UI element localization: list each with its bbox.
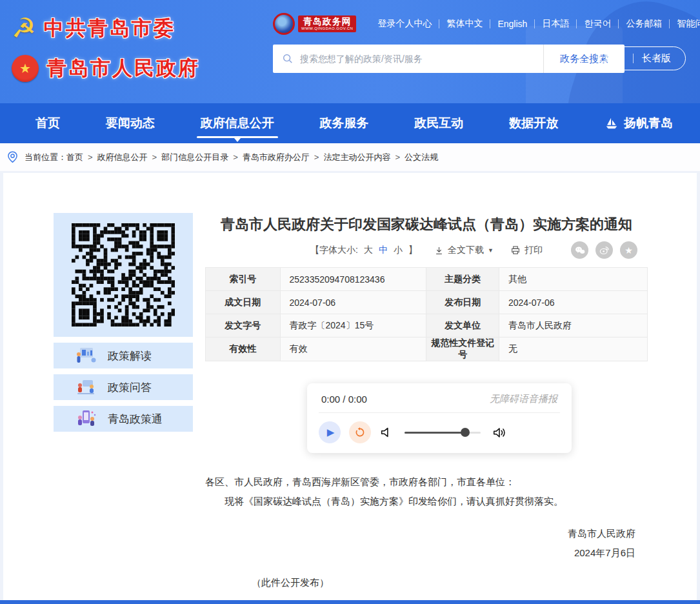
meta-label: 发布日期: [426, 291, 499, 314]
audio-player: 0:00 / 0:00 无障碍语音播报 ▶: [307, 383, 572, 453]
nav-label: 政民互动: [414, 115, 463, 132]
active-triangle: [234, 138, 241, 142]
search-icon: [282, 53, 294, 65]
nav-label: 政府信息公开: [201, 115, 274, 132]
font-size-prefix: 【字体大小:: [310, 245, 358, 256]
breadcrumb-gov-office[interactable]: 青岛市政府办公厅: [243, 152, 310, 163]
link-official-mail[interactable]: 公务邮箱: [619, 18, 669, 30]
meta-value-topic-category: 其他: [499, 268, 647, 291]
qr-code-image: [72, 223, 175, 327]
meta-row: 索引号 2523352094708123436 主题分类 其他: [206, 268, 648, 291]
breadcrumb-statutory-content[interactable]: 法定主动公开内容: [323, 152, 390, 163]
sidebar-item-qingdao-policy-pass[interactable]: 青岛政策通: [54, 406, 193, 432]
sidebar-item-policy-qa[interactable]: 政策问答: [54, 374, 193, 400]
breadcrumb-dept-catalog[interactable]: 部门信息公开目录: [161, 152, 228, 163]
meta-row: 发文字号 青政字〔2024〕15号 发文单位 青岛市人民政府: [206, 314, 648, 337]
play-button[interactable]: ▶: [319, 421, 341, 443]
national-emblem-icon: ★: [12, 55, 39, 82]
nav-label: 政务服务: [319, 115, 368, 132]
nav-sailing-qingdao[interactable]: 扬帆青岛: [604, 103, 673, 143]
search-bar: 政务全搜索: [273, 45, 625, 73]
mute-speaker-icon[interactable]: [379, 425, 394, 439]
site-header: ☭ 中共青岛市委 ★ 青岛市人民政府 青岛政务网 WWW.QINGDAO.GOV…: [0, 0, 700, 103]
font-size-medium-button[interactable]: 中: [379, 245, 388, 256]
org-row-party: ☭ 中共青岛市委: [12, 10, 200, 46]
breadcrumb-home[interactable]: 首页: [66, 152, 83, 163]
nav-news[interactable]: 要闻动态: [106, 103, 155, 143]
meta-row: 有效性 有效 规范性文件登记号 无: [206, 337, 648, 361]
elder-version-button[interactable]: 长者版: [642, 52, 671, 65]
nav-gov-services[interactable]: 政务服务: [319, 103, 368, 143]
meta-row: 成文日期 2024-07-06 发布日期 2024-07-06: [206, 291, 648, 314]
loop-button[interactable]: [349, 421, 371, 443]
sidebar: 政策解读 政策问答 青岛政策通: [54, 213, 193, 432]
party-org-title: 中共青岛市委: [44, 15, 175, 42]
divider: [633, 54, 634, 63]
party-emblem-icon: ☭: [12, 15, 36, 42]
site-logo[interactable]: 青岛政务网 WWW.QINGDAO.GOV.CN: [273, 13, 356, 35]
meta-value-registration-number: 无: [499, 337, 647, 361]
link-japanese[interactable]: 日本語: [535, 18, 576, 30]
wechat-share-icon[interactable]: [571, 241, 588, 259]
policy-interpretation-illustration-icon: [74, 346, 97, 365]
nav-open-data[interactable]: 数据开放: [509, 103, 558, 143]
volume-slider[interactable]: [405, 432, 481, 434]
link-smart-qa[interactable]: 智能问答: [670, 18, 700, 30]
font-size-small-button[interactable]: 小: [394, 245, 403, 256]
meta-value-doc-number: 青政字〔2024〕15号: [280, 314, 426, 337]
meta-value-publish-date: 2024-07-06: [499, 291, 647, 314]
font-size-suffix: 】: [408, 245, 417, 256]
loud-speaker-icon[interactable]: [492, 425, 507, 439]
article-title: 青岛市人民政府关于印发国家碳达峰试点（青岛）实施方案的通知: [205, 214, 648, 235]
audio-time: 0:00 / 0:00: [321, 394, 367, 405]
accessibility-pill: 无障碍 长者版: [581, 46, 686, 70]
download-full-text-button[interactable]: 全文下载 ▼: [434, 245, 494, 256]
breadcrumb-separator: >: [88, 152, 93, 162]
breadcrumb-separator: >: [233, 152, 238, 162]
download-icon: [434, 246, 444, 256]
font-size-large-button[interactable]: 大: [364, 245, 373, 256]
breadcrumb-prefix: 当前位置：: [25, 152, 66, 163]
search-input[interactable]: [300, 54, 534, 64]
breadcrumb-gov-info[interactable]: 政府信息公开: [97, 152, 148, 163]
link-english[interactable]: English: [490, 19, 534, 29]
breadcrumb-official-docs[interactable]: 公文法规: [405, 152, 438, 163]
link-traditional-chinese[interactable]: 繁体中文: [439, 18, 490, 30]
meta-value-issuing-unit: 青岛市人民政府: [499, 314, 647, 337]
signature-date: 2024年7月6日: [205, 543, 635, 563]
article-content: 青岛市人民政府关于印发国家碳达峰试点（青岛）实施方案的通知 【字体大小: 大 中…: [205, 214, 648, 589]
nav-public-interaction[interactable]: 政民互动: [414, 103, 463, 143]
favorite-star-icon[interactable]: ★: [620, 241, 637, 259]
meta-value-validity: 有效: [280, 337, 426, 361]
link-korean[interactable]: 한국어: [577, 18, 618, 30]
government-org-title: 青岛市人民政府: [46, 55, 200, 82]
meta-label: 索引号: [206, 268, 281, 291]
meta-label: 规范性文件登记号: [426, 337, 499, 361]
meta-label: 成文日期: [206, 291, 281, 314]
nav-label: 首页: [35, 115, 60, 132]
sailboat-icon: [604, 116, 619, 130]
volume-knob[interactable]: [461, 428, 470, 437]
breadcrumb-separator: >: [314, 152, 319, 162]
nav-label: 数据开放: [509, 115, 558, 132]
audio-accessibility-label: 无障碍语音播报: [490, 393, 557, 405]
accessibility-button[interactable]: 无障碍: [595, 52, 625, 65]
meta-value-written-date: 2024-07-06: [280, 291, 426, 314]
print-button[interactable]: 打印: [510, 245, 543, 256]
qingdao-policy-pass-illustration-icon: [74, 409, 97, 428]
signature-block: 青岛市人民政府 2024年7月6日: [205, 524, 648, 563]
printer-icon: [510, 245, 521, 256]
paragraph-salutation: 各区、市人民政府，青岛西海岸新区管委，市政府各部门，市直各单位：: [205, 472, 648, 492]
site-logo-name: 青岛政务网: [301, 17, 353, 26]
sidebar-item-policy-interpretation[interactable]: 政策解读: [54, 343, 193, 368]
nav-home[interactable]: 首页: [35, 103, 60, 143]
public-release-note: （此件公开发布）: [252, 577, 648, 589]
breadcrumb-separator: >: [395, 152, 400, 162]
download-label: 全文下载: [448, 245, 484, 256]
policy-qa-illustration-icon: [74, 378, 97, 397]
nav-gov-info-disclosure[interactable]: 政府信息公开: [201, 103, 274, 143]
weibo-share-icon[interactable]: [595, 241, 613, 259]
link-login-center[interactable]: 登录个人中心: [370, 18, 439, 30]
meta-label: 发文字号: [206, 314, 281, 337]
volume-fill: [405, 432, 465, 434]
